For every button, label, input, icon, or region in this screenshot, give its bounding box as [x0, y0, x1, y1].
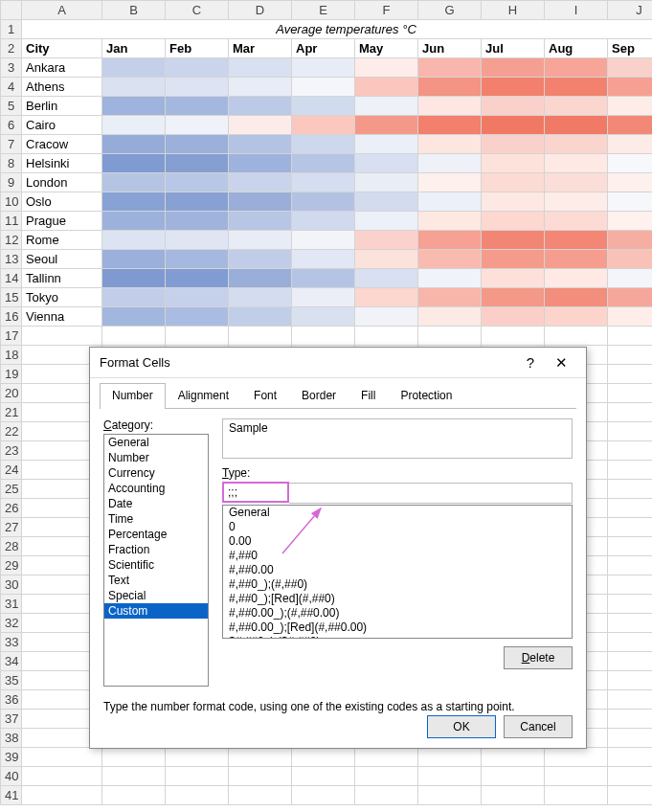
empty-cell[interactable] [229, 786, 292, 805]
category-item[interactable]: Text [104, 573, 208, 588]
row-header-39[interactable]: 39 [1, 748, 22, 767]
data-cell[interactable] [229, 212, 292, 231]
data-cell[interactable] [355, 173, 418, 192]
data-cell[interactable] [608, 116, 653, 135]
data-cell[interactable] [166, 173, 229, 192]
empty-cell[interactable] [482, 767, 545, 786]
data-cell[interactable] [166, 212, 229, 231]
row-header-40[interactable]: 40 [1, 767, 22, 786]
data-cell[interactable] [102, 212, 166, 231]
row-header-31[interactable]: 31 [1, 595, 22, 614]
data-cell[interactable] [355, 231, 418, 250]
row-header-8[interactable]: 8 [1, 154, 22, 173]
data-cell[interactable] [229, 307, 292, 327]
row-header-7[interactable]: 7 [1, 135, 22, 154]
city-cell[interactable]: Helsinki [22, 154, 102, 173]
empty-cell[interactable] [102, 786, 166, 805]
col-header-B[interactable]: B [102, 1, 166, 20]
empty-cell[interactable] [608, 652, 653, 671]
empty-cell[interactable] [608, 690, 653, 710]
data-cell[interactable] [102, 269, 166, 288]
empty-cell[interactable] [608, 422, 653, 441]
row-header-29[interactable]: 29 [1, 556, 22, 575]
city-cell[interactable]: Prague [22, 212, 102, 231]
category-item[interactable]: Fraction [104, 542, 208, 557]
header-Jul[interactable]: Jul [482, 39, 545, 58]
data-cell[interactable] [292, 269, 355, 288]
data-cell[interactable] [418, 97, 482, 116]
data-cell[interactable] [545, 173, 608, 192]
data-cell[interactable] [608, 97, 653, 116]
data-cell[interactable] [166, 250, 229, 269]
data-cell[interactable] [229, 231, 292, 250]
data-cell[interactable] [482, 154, 545, 173]
data-cell[interactable] [418, 116, 482, 135]
data-cell[interactable] [545, 97, 608, 116]
data-cell[interactable] [418, 58, 482, 78]
col-header-J[interactable]: J [608, 1, 653, 20]
empty-cell[interactable] [482, 786, 545, 805]
data-cell[interactable] [545, 78, 608, 97]
data-cell[interactable] [292, 135, 355, 154]
data-cell[interactable] [608, 58, 653, 78]
data-cell[interactable] [166, 97, 229, 116]
empty-cell[interactable] [22, 748, 102, 767]
data-cell[interactable] [418, 192, 482, 212]
row-header-41[interactable]: 41 [1, 786, 22, 805]
city-cell[interactable]: Ankara [22, 58, 102, 78]
city-cell[interactable]: Berlin [22, 97, 102, 116]
category-item[interactable]: Special [104, 588, 208, 603]
empty-cell[interactable] [608, 633, 653, 652]
city-cell[interactable]: Oslo [22, 192, 102, 212]
tab-border[interactable]: Border [289, 383, 348, 409]
col-header-H[interactable]: H [482, 1, 545, 20]
empty-cell[interactable] [608, 518, 653, 537]
data-cell[interactable] [292, 231, 355, 250]
header-Feb[interactable]: Feb [166, 39, 229, 58]
data-cell[interactable] [355, 58, 418, 78]
category-list[interactable]: GeneralNumberCurrencyAccountingDateTimeP… [103, 434, 209, 687]
data-cell[interactable] [482, 135, 545, 154]
title-cell[interactable]: Average temperatures °C [22, 20, 653, 39]
data-cell[interactable] [102, 231, 166, 250]
empty-cell[interactable] [166, 767, 229, 786]
tab-alignment[interactable]: Alignment [166, 383, 241, 409]
data-cell[interactable] [102, 250, 166, 269]
data-cell[interactable] [292, 250, 355, 269]
data-cell[interactable] [482, 78, 545, 97]
data-cell[interactable] [229, 97, 292, 116]
data-cell[interactable] [355, 250, 418, 269]
tab-number[interactable]: Number [100, 383, 166, 409]
data-cell[interactable] [418, 212, 482, 231]
data-cell[interactable] [102, 97, 166, 116]
data-cell[interactable] [292, 97, 355, 116]
data-cell[interactable] [418, 154, 482, 173]
empty-cell[interactable] [166, 327, 229, 346]
data-cell[interactable] [292, 116, 355, 135]
data-cell[interactable] [418, 173, 482, 192]
empty-cell[interactable] [355, 748, 418, 767]
format-list[interactable]: General00.00#,##0#,##0.00#,##0_);(#,##0)… [222, 505, 573, 639]
delete-button[interactable]: Delete [504, 646, 573, 669]
data-cell[interactable] [229, 78, 292, 97]
data-cell[interactable] [545, 212, 608, 231]
data-cell[interactable] [482, 231, 545, 250]
data-cell[interactable] [482, 97, 545, 116]
row-header-22[interactable]: 22 [1, 422, 22, 441]
empty-cell[interactable] [292, 767, 355, 786]
empty-cell[interactable] [545, 748, 608, 767]
empty-cell[interactable] [545, 327, 608, 346]
data-cell[interactable] [166, 269, 229, 288]
row-header-13[interactable]: 13 [1, 250, 22, 269]
data-cell[interactable] [166, 78, 229, 97]
header-Sep[interactable]: Sep [608, 39, 653, 58]
data-cell[interactable] [418, 307, 482, 327]
category-item[interactable]: Date [104, 496, 208, 511]
data-cell[interactable] [102, 307, 166, 327]
empty-cell[interactable] [608, 346, 653, 365]
empty-cell[interactable] [418, 767, 482, 786]
format-item[interactable]: General [223, 506, 572, 520]
data-cell[interactable] [166, 307, 229, 327]
row-header-34[interactable]: 34 [1, 652, 22, 671]
data-cell[interactable] [418, 135, 482, 154]
